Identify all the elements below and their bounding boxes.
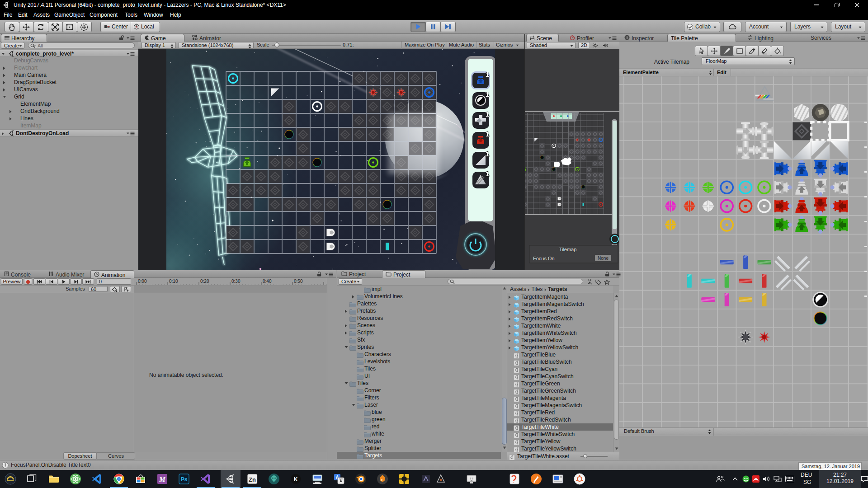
svg-text:1: 1 — [486, 131, 489, 138]
svg-text:0:10: 0:10 — [169, 279, 178, 284]
svg-text:1: 1 — [486, 111, 489, 118]
svg-text:0:40: 0:40 — [263, 279, 272, 284]
svg-text:K: K — [294, 476, 298, 483]
svg-text:1: 1 — [486, 170, 489, 178]
svg-text:Ps: Ps — [181, 476, 188, 483]
svg-text:Tilemap: Tilemap — [559, 247, 577, 252]
svg-text:1: 1 — [486, 91, 489, 98]
svg-text:M: M — [159, 476, 165, 483]
svg-text:1: 1 — [486, 71, 489, 78]
svg-text:0:30: 0:30 — [231, 279, 241, 284]
svg-text:None: None — [598, 256, 609, 261]
svg-text:0:20: 0:20 — [200, 279, 209, 284]
svg-text:Focus On: Focus On — [533, 256, 555, 261]
svg-text:1: 1 — [486, 150, 489, 158]
svg-text:0:00: 0:00 — [138, 279, 147, 284]
svg-text:0:50: 0:50 — [294, 279, 303, 284]
svg-text:Zn: Zn — [249, 476, 256, 483]
